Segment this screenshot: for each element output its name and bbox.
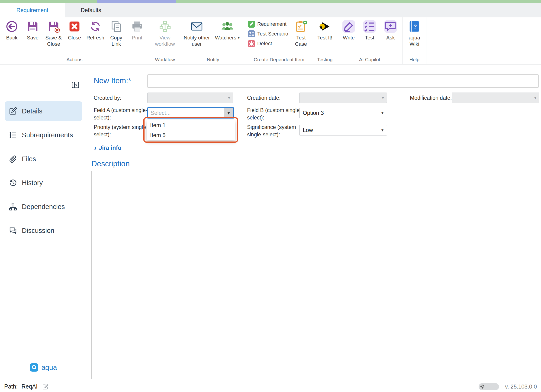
top-color-strip [0, 0, 541, 3]
chevron-down-icon: ▾ [381, 128, 384, 133]
ribbon-group-ai-copilot: Write Test Ask AI Copilot [337, 17, 402, 64]
significance-select[interactable]: Low ▾ [299, 125, 387, 135]
panel-collapse-icon [71, 81, 80, 89]
edit-pencil-icon [42, 383, 49, 390]
wiki-book-icon: ? [408, 20, 421, 33]
view-workflow-button-label: View workflow [151, 35, 179, 47]
sidebar-item-details[interactable]: Details [5, 101, 82, 121]
aqua-wiki-button[interactable]: ? aqua Wiki [404, 18, 425, 47]
created-by-dropdown: ▾ [147, 93, 233, 103]
sidebar-item-discussion[interactable]: Discussion [5, 221, 82, 240]
field-a-dropdown-button[interactable]: ▾ [224, 108, 233, 118]
svg-text:?: ? [413, 23, 417, 30]
creation-date-dropdown: ▾ [299, 93, 387, 103]
significance-label: Significance (system single-select): [247, 124, 306, 138]
test-scenario-icon [248, 30, 255, 37]
refresh-button[interactable]: Refresh [85, 18, 106, 41]
sidebar-item-history[interactable]: History [5, 173, 82, 192]
ribbon-tab-bar: Requirement Defaults [0, 3, 541, 17]
watchers-button[interactable]: Watchers ▾ [211, 18, 244, 41]
test-it-play-icon [318, 20, 331, 33]
new-item-title: New Item:* [94, 76, 131, 85]
significance-value: Low [303, 127, 381, 133]
history-clock-icon [9, 179, 17, 187]
sidebar-item-details-label: Details [22, 107, 42, 115]
copy-link-button-label: Copy Link [106, 35, 127, 47]
edit-square-icon [9, 107, 17, 115]
description-editor[interactable] [91, 171, 540, 379]
save-and-close-button[interactable]: Save & Close [43, 18, 64, 47]
list-icon [9, 131, 17, 139]
chevron-down-icon: ▾ [227, 110, 230, 116]
copy-link-button[interactable]: Copy Link [106, 18, 127, 47]
test-it-button-label: Test It! [317, 35, 333, 41]
ribbon-group-label-workflow: Workflow [151, 56, 179, 64]
create-dependent-test-scenario-button[interactable]: Test Scenario [248, 30, 288, 37]
ai-write-button[interactable]: Write [338, 18, 359, 41]
ai-ask-chat-icon [384, 20, 397, 33]
ribbon-group-label-notify: Notify [182, 56, 244, 64]
tab-defaults-label: Defaults [81, 7, 101, 13]
chevron-down-icon: ▾ [381, 110, 384, 115]
create-dependent-requirement-button[interactable]: Requirement [248, 21, 288, 28]
ai-test-button[interactable]: Test [359, 18, 380, 41]
jira-info-section: › Jira info [94, 144, 539, 151]
create-dependent-defect-button[interactable]: Defect [248, 40, 288, 47]
sidebar-item-dependencies[interactable]: Dependencies [5, 197, 82, 217]
field-a-combobox[interactable]: Select... ▾ [147, 107, 234, 119]
tab-defaults[interactable]: Defaults [65, 3, 117, 17]
ribbon-group-label-ai-copilot: AI Copilot [338, 56, 401, 64]
test-case-clipboard-icon [295, 20, 307, 33]
sidebar-collapse-button[interactable] [71, 81, 80, 89]
sidebar-item-files-label: Files [22, 155, 36, 163]
print-button-label: Print [132, 35, 142, 41]
aqua-logo-icon [30, 363, 38, 371]
close-button[interactable]: Close [64, 18, 85, 41]
test-case-button-label: Test Case [291, 35, 311, 47]
ribbon-group-create-dependent-item: Requirement Test Scenario Defect [245, 17, 313, 64]
chevron-right-icon[interactable]: › [94, 144, 97, 151]
settings-button[interactable] [479, 383, 499, 390]
ribbon-group-label-testing: Testing [314, 56, 335, 64]
hierarchy-icon [9, 202, 17, 211]
ai-write-pencil-icon [342, 20, 355, 33]
ai-ask-button[interactable]: Ask [380, 18, 401, 41]
tab-requirement[interactable]: Requirement [0, 3, 65, 17]
refresh-icon [89, 20, 102, 33]
new-item-input[interactable] [147, 74, 539, 88]
back-arrow-icon [5, 20, 18, 33]
jira-divider-line [125, 148, 539, 148]
dependent-item-stack: Requirement Test Scenario Defect [247, 18, 291, 47]
paperclip-icon [9, 155, 17, 163]
save-and-close-button-label: Save & Close [43, 35, 64, 47]
notify-other-user-button[interactable]: Notify other user [182, 18, 211, 47]
modification-date-dropdown: ▾ [452, 93, 539, 103]
save-button[interactable]: Save [22, 18, 43, 41]
chevron-down-icon: ▾ [228, 95, 230, 100]
edit-path-button[interactable] [42, 383, 49, 390]
top-strip-green-segment-2 [176, 0, 541, 3]
ribbon-group-help: ? aqua Wiki Help [402, 17, 427, 64]
field-a-option-item-5[interactable]: Item 5 [147, 130, 235, 140]
sidebar-item-files[interactable]: Files [5, 149, 82, 169]
refresh-button-label: Refresh [86, 35, 104, 41]
test-it-button[interactable]: Test It! [314, 18, 335, 41]
field-a-options-popup: Item 1 Item 5 [147, 120, 235, 140]
sidebar-item-subrequirements[interactable]: Subrequirements [5, 125, 82, 145]
chevron-down-icon: ▾ [382, 95, 384, 100]
back-button[interactable]: Back [1, 18, 22, 41]
jira-info-label[interactable]: Jira info [99, 144, 121, 151]
chat-bubbles-icon [9, 226, 17, 235]
field-b-select[interactable]: Option 3 ▾ [299, 108, 387, 118]
ribbon-group-workflow: View workflow Workflow [149, 17, 181, 64]
gear-icon [480, 384, 485, 389]
watchers-button-label-row: Watchers ▾ [215, 35, 240, 41]
ribbon-group-label-create-dependent-item: Create Dependent Item [247, 56, 311, 64]
sidebar-item-discussion-label: Discussion [22, 227, 54, 234]
top-strip-green-segment [0, 0, 97, 3]
top-strip-purple-segment [97, 0, 176, 3]
create-dependent-defect-label: Defect [257, 41, 272, 47]
test-case-button[interactable]: Test Case [291, 18, 311, 47]
field-a-option-item-1[interactable]: Item 1 [147, 120, 235, 130]
save-button-label: Save [27, 35, 38, 41]
